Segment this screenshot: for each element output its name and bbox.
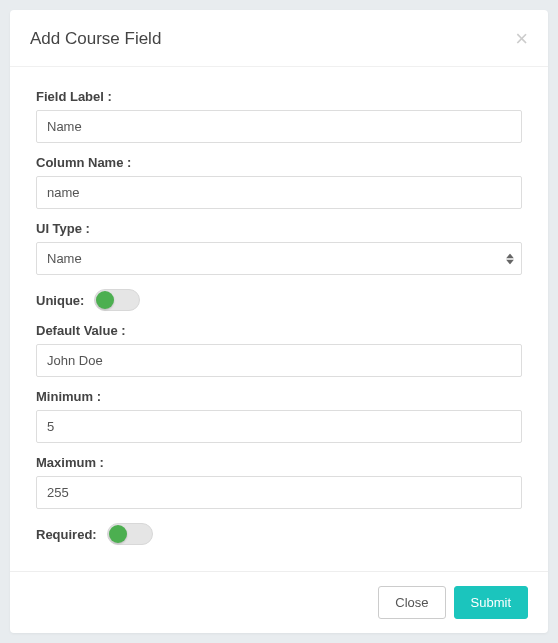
ui-type-label: UI Type : xyxy=(36,221,522,236)
column-name-input[interactable] xyxy=(36,176,522,209)
maximum-input[interactable] xyxy=(36,476,522,509)
field-label-input[interactable] xyxy=(36,110,522,143)
required-group: Required: xyxy=(36,523,522,545)
default-value-input[interactable] xyxy=(36,344,522,377)
field-label-group: Field Label : xyxy=(36,89,522,143)
toggle-knob xyxy=(109,525,127,543)
add-course-field-modal: Add Course Field × Field Label : Column … xyxy=(10,10,548,633)
modal-body: Field Label : Column Name : UI Type : Na… xyxy=(10,67,548,571)
close-button[interactable]: Close xyxy=(378,586,445,619)
unique-group: Unique: xyxy=(36,289,522,311)
default-value-label: Default Value : xyxy=(36,323,522,338)
field-label-label: Field Label : xyxy=(36,89,522,104)
unique-toggle[interactable] xyxy=(94,289,140,311)
maximum-group: Maximum : xyxy=(36,455,522,509)
minimum-group: Minimum : xyxy=(36,389,522,443)
close-icon[interactable]: × xyxy=(515,28,528,50)
required-toggle[interactable] xyxy=(107,523,153,545)
modal-header: Add Course Field × xyxy=(10,10,548,67)
modal-footer: Close Submit xyxy=(10,571,548,633)
unique-label: Unique: xyxy=(36,293,84,308)
default-value-group: Default Value : xyxy=(36,323,522,377)
column-name-label: Column Name : xyxy=(36,155,522,170)
submit-button[interactable]: Submit xyxy=(454,586,528,619)
ui-type-group: UI Type : Name xyxy=(36,221,522,275)
toggle-knob xyxy=(96,291,114,309)
ui-type-select[interactable]: Name xyxy=(36,242,522,275)
minimum-label: Minimum : xyxy=(36,389,522,404)
column-name-group: Column Name : xyxy=(36,155,522,209)
ui-type-select-wrapper: Name xyxy=(36,242,522,275)
required-label: Required: xyxy=(36,527,97,542)
ui-type-selected-value: Name xyxy=(47,251,82,266)
modal-title: Add Course Field xyxy=(30,29,161,49)
minimum-input[interactable] xyxy=(36,410,522,443)
maximum-label: Maximum : xyxy=(36,455,522,470)
